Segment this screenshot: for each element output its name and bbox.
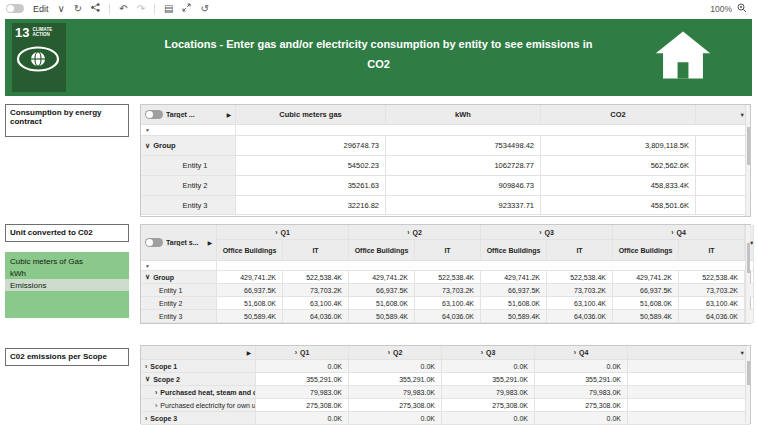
cell[interactable]: 522,538.4K <box>283 271 349 284</box>
subcolumn-it[interactable]: IT <box>415 240 481 261</box>
table2-scrollbar[interactable] <box>745 225 750 323</box>
cell[interactable]: 0.0K <box>256 412 349 425</box>
row-label-group[interactable]: ∨ Group <box>141 136 236 156</box>
cell[interactable]: 50,589.4K <box>217 310 283 323</box>
fullscreen-icon[interactable] <box>182 3 191 14</box>
cell-entity3-co2[interactable]: 458,501.6K <box>541 196 696 215</box>
expand-play-icon[interactable]: ▶ <box>227 112 231 118</box>
cell[interactable]: 64,036.0K <box>547 310 613 323</box>
cell[interactable]: 522,538.4K <box>679 271 745 284</box>
cell[interactable]: 0.0K <box>535 360 628 373</box>
cell[interactable]: 51,608.0K <box>349 297 415 310</box>
cell[interactable]: 429,741.2K <box>481 271 547 284</box>
cell-group-gas[interactable]: 296748.73 <box>236 136 386 156</box>
expand-play-icon[interactable]: ▶ <box>208 240 212 246</box>
row-label-entity1[interactable]: Entity 1 <box>141 284 217 297</box>
edit-toggle[interactable] <box>6 4 24 13</box>
row-label-scope1[interactable]: ›Scope 1 <box>141 360 256 373</box>
legend-item-emissions[interactable]: Emissions <box>5 279 129 291</box>
cell-entity3-gas[interactable]: 32216.82 <box>236 196 386 215</box>
chevron-down-icon[interactable]: ∨ <box>58 4 65 14</box>
row-label-scope3[interactable]: ›Scope 3 <box>141 412 256 425</box>
cell[interactable]: 0.0K <box>442 360 535 373</box>
cell[interactable]: 63,100.4K <box>415 297 481 310</box>
cell[interactable]: 64,036.0K <box>679 310 745 323</box>
table1-filter-cell[interactable]: ▼ <box>141 125 236 136</box>
expand-icon[interactable]: › <box>155 389 157 396</box>
quarter-header-q1[interactable]: ›Q1 <box>256 346 349 360</box>
scrollbar-thumb[interactable] <box>747 243 750 273</box>
cell[interactable]: 0.0K <box>349 360 442 373</box>
collapse-icon[interactable]: ∨ <box>145 375 150 383</box>
cell[interactable]: 355,291.0K <box>349 373 442 386</box>
cell[interactable]: 355,291.0K <box>442 373 535 386</box>
cell-entity1-gas[interactable]: 54502.23 <box>236 156 386 176</box>
cell[interactable]: 66,937.5K <box>349 284 415 297</box>
quarter-header-q3[interactable]: ›Q3 <box>442 346 535 360</box>
cell-group-co2[interactable]: 3,809,118.5K <box>541 136 696 156</box>
cell[interactable]: 275,308.0K <box>256 399 349 412</box>
cell[interactable]: 66,937.5K <box>613 284 679 297</box>
cell[interactable]: 50,589.4K <box>349 310 415 323</box>
legend-item-cubic-meters-gas[interactable]: Cubic meters of Gas <box>5 255 129 267</box>
cell-entity3-kwh[interactable]: 923337.71 <box>386 196 541 215</box>
cell[interactable]: 79,983.0K <box>442 386 535 399</box>
cell[interactable]: 275,308.0K <box>442 399 535 412</box>
cell[interactable]: 50,589.4K <box>481 310 547 323</box>
share-icon[interactable] <box>91 3 100 14</box>
cell[interactable]: 73,703.2K <box>415 284 481 297</box>
collapse-icon[interactable]: ∨ <box>145 273 150 281</box>
target-toggle[interactable] <box>145 238 163 247</box>
cell[interactable]: 51,608.0K <box>613 297 679 310</box>
column-header-cubic-meters-gas[interactable]: Cubic meters gas <box>236 105 386 125</box>
cell-group-kwh[interactable]: 7534498.42 <box>386 136 541 156</box>
cell[interactable]: 275,308.0K <box>349 399 442 412</box>
subcolumn-office-buildings[interactable]: Office Buildings <box>217 240 283 261</box>
table1-scrollbar[interactable] <box>745 105 750 216</box>
redo-icon[interactable]: ↷ <box>137 4 145 14</box>
cell[interactable]: 429,741.2K <box>217 271 283 284</box>
row-label-entity2[interactable]: Entity 2 <box>141 297 217 310</box>
cell[interactable]: 64,036.0K <box>283 310 349 323</box>
home-icon[interactable] <box>654 29 712 81</box>
cell[interactable]: 63,100.4K <box>679 297 745 310</box>
row-label-entity3[interactable]: Entity 3 <box>141 196 236 215</box>
cell[interactable]: 63,100.4K <box>547 297 613 310</box>
cell[interactable]: 73,703.2K <box>547 284 613 297</box>
legend-item-kwh[interactable]: kWh <box>5 267 129 279</box>
row-label-group[interactable]: ∨Group <box>141 271 217 284</box>
quarter-header-q2[interactable]: ›Q2 <box>349 346 442 360</box>
quarter-header-q2[interactable]: ›Q2 <box>349 225 481 240</box>
quarter-header-q1[interactable]: ›Q1 <box>217 225 349 240</box>
cell[interactable]: 79,983.0K <box>256 386 349 399</box>
cell[interactable]: 73,703.2K <box>283 284 349 297</box>
row-label-scope2[interactable]: ∨Scope 2 <box>141 373 256 386</box>
subcolumn-office-buildings[interactable]: Office Buildings <box>481 240 547 261</box>
cell[interactable]: 64,036.0K <box>415 310 481 323</box>
cell[interactable]: 73,703.2K <box>679 284 745 297</box>
row-label-entity2[interactable]: Entity 2 <box>141 176 236 196</box>
cell[interactable]: 355,291.0K <box>256 373 349 386</box>
target-toggle[interactable] <box>145 110 163 119</box>
column-header-co2[interactable]: CO2 <box>541 105 696 125</box>
undo-icon[interactable]: ↶ <box>119 4 127 14</box>
subcolumn-it[interactable]: IT <box>283 240 349 261</box>
subcolumn-it[interactable]: IT <box>679 240 745 261</box>
cell[interactable]: 429,741.2K <box>613 271 679 284</box>
collapse-icon[interactable]: ∨ <box>145 142 150 150</box>
subcolumn-office-buildings[interactable]: Office Buildings <box>613 240 679 261</box>
cell-entity2-gas[interactable]: 35261.63 <box>236 176 386 196</box>
expand-icon[interactable]: › <box>155 402 157 409</box>
cell-entity1-kwh[interactable]: 1062728.77 <box>386 156 541 176</box>
cell[interactable]: 0.0K <box>256 360 349 373</box>
cell[interactable]: 522,538.4K <box>415 271 481 284</box>
scrollbar-thumb[interactable] <box>747 127 750 165</box>
cell[interactable]: 522,538.4K <box>547 271 613 284</box>
cell[interactable]: 0.0K <box>535 412 628 425</box>
column-header-kwh[interactable]: kWh <box>386 105 541 125</box>
cell-entity1-co2[interactable]: 562,562.6K <box>541 156 696 176</box>
cell[interactable]: 429,741.2K <box>349 271 415 284</box>
row-label-entity1[interactable]: Entity 1 <box>141 156 236 176</box>
expand-play-icon[interactable]: ▶ <box>247 350 251 356</box>
expand-icon[interactable]: › <box>145 415 147 422</box>
